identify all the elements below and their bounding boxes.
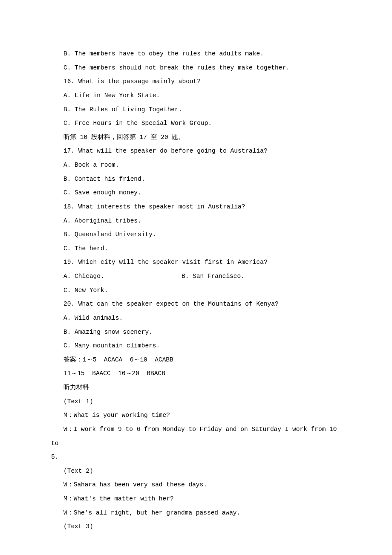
text-line: B. Amazing snow scenery. bbox=[51, 325, 341, 339]
text-line: B. Queensland University. bbox=[51, 228, 341, 242]
page: B. The members have to obey the rules th… bbox=[0, 0, 392, 555]
text-line: B. Contact his friend. bbox=[51, 172, 341, 186]
text-line: 听力材料 bbox=[51, 381, 341, 395]
text-line: C. The members should not break the rule… bbox=[51, 61, 341, 75]
text-line: W：I work from 9 to 6 from Monday to Frid… bbox=[51, 422, 341, 450]
text-line: B. The Rules of Living Together. bbox=[51, 103, 341, 117]
text-line: W：She's all right, but her grandma passe… bbox=[51, 506, 341, 520]
text-line: C. New York. bbox=[51, 283, 341, 298]
text-line: M：What is your working time? bbox=[51, 408, 341, 422]
text-line: A. Aboriginal tribes. bbox=[51, 214, 341, 228]
text-line: (Text 3) bbox=[51, 520, 341, 534]
text-line: A. Book a room. bbox=[51, 158, 341, 172]
text-line: C. The herd. bbox=[51, 242, 341, 256]
text-line: (Text 2) bbox=[51, 464, 341, 478]
text-line: C. Free Hours in the Special Work Group. bbox=[51, 116, 341, 130]
text-line: B. The members have to obey the rules th… bbox=[51, 47, 341, 61]
text-line: (Text 1) bbox=[51, 395, 341, 409]
text-line: A. Life in New York State. bbox=[51, 89, 341, 103]
text-line: C. Save enough money. bbox=[51, 186, 341, 200]
text-line: 16. What is the passage mainly about? bbox=[51, 75, 341, 89]
text-line: W：Sahara has been very sad these days. bbox=[51, 478, 341, 492]
option-right: B. San Francisco. bbox=[182, 273, 245, 280]
text-line: A. Chicago.B. San Francisco. bbox=[51, 269, 341, 283]
text-line: C. Many mountain climbers. bbox=[51, 339, 341, 353]
text-line: 听第 10 段材料，回答第 17 至 20 题。 bbox=[51, 130, 341, 145]
text-line: 17. What will the speaker do before goin… bbox=[51, 144, 341, 158]
text-line: 11～15 BAACC 16～20 BBACB bbox=[51, 367, 341, 381]
text-line: M：What's the matter with her? bbox=[51, 492, 341, 506]
text-line: 20. What can the speaker expect on the M… bbox=[51, 297, 341, 311]
text-line: 18. What interests the speaker most in A… bbox=[51, 200, 341, 214]
text-line: 5. bbox=[51, 450, 341, 464]
option-left: A. Chicago. bbox=[63, 273, 104, 280]
text-line: 答案：1～5 ACACA 6～10 ACABB bbox=[51, 353, 341, 367]
text-line: A. Wild animals. bbox=[51, 311, 341, 325]
text-line: 19. Which city will the speaker visit fi… bbox=[51, 255, 341, 269]
